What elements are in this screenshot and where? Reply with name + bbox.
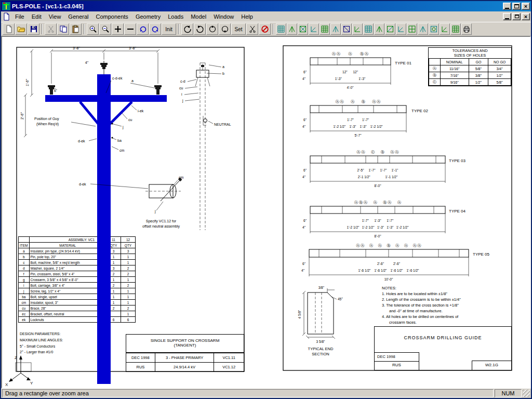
view-toggle-17[interactable] bbox=[450, 23, 461, 35]
view-toggle-13[interactable] bbox=[407, 23, 417, 35]
clear-view-button[interactable] bbox=[259, 23, 271, 35]
item-header: ITEM bbox=[19, 243, 30, 248]
crossarm-bar bbox=[310, 105, 406, 113]
rotate-right-button[interactable] bbox=[194, 23, 206, 35]
view-toggle-3[interactable] bbox=[298, 23, 308, 35]
view-toggle-16[interactable] bbox=[440, 23, 450, 35]
view-toggle-8[interactable] bbox=[352, 23, 363, 35]
frame-view-icon bbox=[430, 25, 437, 33]
rotate-bottom-icon bbox=[221, 25, 229, 33]
dim-row: 1'-6 1/2" 1'-6 1/2" 1'-6 1/2" 1'-6 1/2" bbox=[358, 269, 420, 272]
toolbar-separator bbox=[42, 24, 43, 34]
neutral-bracket bbox=[203, 116, 206, 125]
table-row: bPin, pole top, 20"11 bbox=[19, 254, 136, 260]
side-dim: 6" bbox=[303, 118, 307, 122]
close-button[interactable]: × bbox=[522, 3, 530, 10]
zoom-in-icon bbox=[89, 25, 97, 33]
init-button[interactable]: Init bbox=[162, 23, 176, 35]
note-line: 1. Holes are to be located within ±1/8" bbox=[382, 291, 513, 297]
orbit-button[interactable] bbox=[137, 23, 149, 35]
section-cut-button[interactable] bbox=[246, 23, 258, 35]
sheet2-title-block: CROSSARM DRILLING GUIDE DEC 1998 RUS W2.… bbox=[374, 326, 512, 370]
rotate-top-button[interactable] bbox=[206, 23, 218, 35]
end-dim-lines bbox=[302, 288, 337, 339]
dim-text: 3'-8" bbox=[73, 46, 80, 50]
copy-button[interactable] bbox=[57, 23, 69, 35]
menu-view[interactable]: View bbox=[45, 12, 65, 21]
axis-box bbox=[16, 363, 31, 371]
tol-h-nogo: NO GO bbox=[488, 59, 511, 65]
inset-braces bbox=[195, 64, 210, 86]
minimize-button[interactable] bbox=[503, 3, 511, 10]
sheet1-dimensions: 3'-8" 3'-8" 4" 1'-6" 2'-6" bbox=[20, 46, 159, 137]
open-button[interactable] bbox=[15, 23, 27, 35]
part-label: c-d bbox=[180, 79, 185, 83]
sheet1-title-block: DEC 1998 3 - PHASE PRIMARY VC1.11 RUS 24… bbox=[126, 353, 244, 372]
crossarm-detail: d-ek cm j Specify VC1.12 for offset neut… bbox=[79, 176, 184, 229]
menu-file[interactable]: File bbox=[11, 12, 28, 21]
zoom-out-button[interactable] bbox=[99, 23, 111, 35]
menu-components[interactable]: Components bbox=[92, 12, 132, 21]
total-dim-line bbox=[310, 163, 445, 183]
table-row: baBolt, single, upset11 bbox=[19, 294, 136, 300]
zoom-in-button[interactable] bbox=[87, 23, 99, 35]
menu-help[interactable]: Help bbox=[237, 12, 257, 21]
paste-button[interactable] bbox=[70, 23, 82, 35]
assembly-header: ASSEMBLY: VC1 bbox=[29, 237, 107, 243]
titlebar: PLS-POLE - [vc1-1-c3.045] × bbox=[1, 1, 531, 11]
hole-ticks bbox=[319, 105, 397, 113]
offset-neutral-inset: a b c-d cu i j NEUTRAL bbox=[179, 63, 231, 230]
zoom-window-button[interactable] bbox=[112, 23, 124, 35]
dim-row: 1'-7" 1'-7" bbox=[347, 118, 369, 122]
menu-model[interactable]: Model bbox=[187, 12, 210, 21]
child-restore-button[interactable] bbox=[512, 13, 521, 20]
rotate-bottom-button[interactable] bbox=[219, 23, 231, 35]
save-button[interactable] bbox=[28, 23, 39, 35]
menu-edit[interactable]: Edit bbox=[28, 12, 45, 21]
view-toggle-18[interactable] bbox=[461, 23, 472, 35]
table-row: dWasher, square, 2 1/4"32 bbox=[19, 265, 136, 271]
zoom-line-button[interactable] bbox=[124, 23, 136, 35]
view-toggle-15[interactable] bbox=[429, 23, 439, 35]
menu-geometry[interactable]: Geometry bbox=[132, 12, 164, 21]
menu-window[interactable]: Window bbox=[210, 12, 237, 21]
view-toggle-10[interactable] bbox=[374, 23, 384, 35]
dim-row: 1'-3" 1'-3" bbox=[335, 77, 366, 81]
menu-loads[interactable]: Loads bbox=[164, 12, 187, 21]
view-toggle-5[interactable] bbox=[320, 23, 330, 35]
spool-insulator bbox=[204, 119, 207, 123]
axis-arrows bbox=[10, 358, 29, 381]
brace-left bbox=[80, 102, 100, 126]
cut-button[interactable] bbox=[45, 23, 57, 35]
zoom-previous-button[interactable] bbox=[149, 23, 161, 35]
view-toggle-4[interactable] bbox=[309, 23, 319, 35]
view-toggle-2[interactable] bbox=[287, 23, 297, 35]
drawing-canvas[interactable]: ASSEMBLY: VC1 11 12 ITEM MATERIAL QTY QT… bbox=[1, 36, 531, 389]
hole-letters: Ⓐ Ⓐ Ⓒ Ⓑ Ⓐ Ⓐ bbox=[357, 150, 399, 154]
child-close-button[interactable]: × bbox=[522, 13, 530, 20]
total-dim-line bbox=[310, 113, 406, 132]
resize-grip[interactable] bbox=[523, 390, 530, 397]
new-button[interactable] bbox=[3, 23, 15, 35]
view-toggle-14[interactable] bbox=[418, 23, 428, 35]
maximize-button[interactable] bbox=[512, 3, 521, 10]
rotate-top-icon bbox=[208, 25, 217, 33]
view-toggle-7[interactable] bbox=[341, 23, 352, 35]
design-line: DESIGN PARAMETERS: bbox=[20, 331, 63, 337]
view-toggle-12[interactable] bbox=[396, 23, 406, 35]
rotate-left-button[interactable] bbox=[181, 23, 193, 35]
view-toggle-6[interactable] bbox=[330, 23, 341, 35]
view-toggle-9[interactable] bbox=[363, 23, 374, 35]
sheet1-title-box: SINGLE SUPPORT ON CROSSARM (TANGENT) bbox=[126, 334, 244, 353]
dim-text: 3'-8" bbox=[129, 46, 136, 50]
pole-view-icon bbox=[288, 25, 296, 33]
bolt bbox=[111, 137, 113, 138]
menu-general[interactable]: General bbox=[64, 12, 92, 21]
part-label: cu bbox=[128, 118, 132, 122]
set-button[interactable]: Set bbox=[231, 23, 246, 35]
child-minimize-button[interactable] bbox=[503, 13, 511, 20]
frame-view-icon bbox=[299, 25, 307, 33]
view-toggle-11[interactable] bbox=[385, 23, 395, 35]
view-toggle-1[interactable] bbox=[276, 23, 286, 35]
toolbar-separator bbox=[84, 24, 85, 34]
